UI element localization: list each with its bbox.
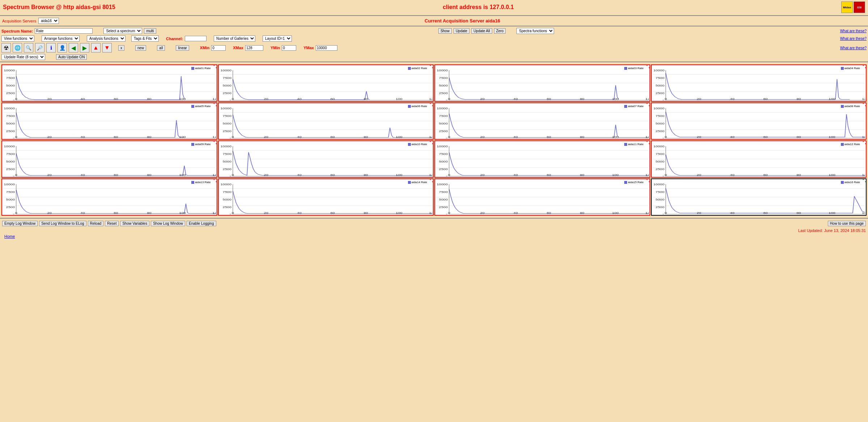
enable-logging-button[interactable]: Enable Logging [187,221,216,226]
hazard-icon-btn[interactable]: ☢ [1,43,11,52]
zoom-out-icon-btn[interactable]: 🔎 [35,43,44,52]
gallery-cell-aida09[interactable]: aida09 Rate02500500075001000002040608010… [1,140,217,178]
svg-text:2500: 2500 [222,130,231,133]
home-link[interactable]: Home [2,233,17,239]
gallery-cell-aida12[interactable]: aida12 Rate02500500075001000002040608010… [651,140,867,178]
spectra-functions-select[interactable]: Spectra functions [516,28,554,34]
empty-log-button[interactable]: Empty Log Window [2,221,38,226]
svg-text:60: 60 [114,136,118,138]
what-are-these-2[interactable]: What are these? [840,37,867,41]
zero-button[interactable]: Zero [494,28,506,34]
svg-text:10000: 10000 [4,145,15,148]
svg-text:20: 20 [264,98,268,100]
ymax-input[interactable] [316,45,337,51]
svg-text:0: 0 [229,99,231,100]
svg-text:60: 60 [763,98,767,100]
gallery-cell-aida05[interactable]: aida05 Rate02500500075001000002040608010… [1,102,217,140]
globe-icon-btn[interactable]: 🌐 [13,43,22,52]
xmin-input[interactable] [211,45,226,51]
send-log-button[interactable]: Send Log Window to ELog [39,221,86,226]
tags-fits-select[interactable]: Tags & Fits [131,35,159,42]
svg-text:60: 60 [547,212,551,214]
chart-container-aida01: aida01 Rate02500500075001000002040608010… [3,66,216,100]
svg-text:80: 80 [363,212,368,214]
gallery-cell-aida16[interactable]: aida16 Rate02500500075001000002040608010… [651,178,867,216]
svg-text:120: 120 [645,212,648,214]
update-button[interactable]: Update [454,28,469,34]
svg-text:80: 80 [580,212,584,214]
svg-text:120: 120 [862,98,865,100]
next-icon-btn[interactable]: ▶ [80,43,89,52]
layout-id-select[interactable]: Layout ID=1 [263,35,292,42]
reload-button[interactable]: Reload [88,221,104,226]
xmax-label: XMax [233,46,243,50]
linear-button[interactable]: linear [176,45,189,51]
gallery-cell-aida13[interactable]: aida13 Rate02500500075001000002040608010… [1,178,217,216]
gallery-cell-aida15[interactable]: aida15 Rate02500500075001000002040608010… [434,178,650,216]
channel-input[interactable] [185,36,207,41]
svg-text:2500: 2500 [222,206,231,209]
svg-text:120: 120 [862,174,865,176]
down-arrow-icon: ▼ [104,45,110,51]
gallery-cell-aida04[interactable]: aida04 Rate02500500075001000002040608010… [651,64,867,102]
what-are-these-3[interactable]: What are these? [840,46,867,50]
svg-text:40: 40 [81,136,85,138]
gallery-cell-aida08[interactable]: aida08 Rate02500500075001000002040608010… [651,102,867,140]
svg-text:2500: 2500 [6,130,15,133]
person-icon-btn[interactable]: 👤 [58,43,67,52]
icon-row: ☢ 🌐 🔍 🔎 ℹ 👤 ◀ ▶ ▲ ▼ x new all linear [0,42,868,53]
view-functions-select[interactable]: View functions [1,35,34,42]
svg-text:60: 60 [114,98,118,100]
svg-text:7500: 7500 [6,191,15,194]
gallery-cell-aida02[interactable]: aida02 Rate02500500075001000002040608010… [218,64,434,102]
analysis-functions-select[interactable]: Analysis functions [87,35,125,42]
gallery-cell-aida14[interactable]: aida14 Rate02500500075001000002040608010… [218,178,434,216]
svg-text:80: 80 [580,98,584,100]
svg-text:10000: 10000 [220,183,231,186]
what-are-these-1[interactable]: What are these? [840,29,867,33]
chart-title-aida09: aida09 Rate [191,143,210,146]
multi-button[interactable]: multi [144,28,156,34]
gallery-cell-aida01[interactable]: aida01 Rate02500500075001000002040608010… [1,64,217,102]
update-all-button[interactable]: Update All [471,28,492,34]
gallery-cell-aida03[interactable]: aida03 Rate02500500075001000002040608010… [434,64,650,102]
svg-text:2500: 2500 [655,206,664,209]
prev-icon-btn[interactable]: ◀ [69,43,78,52]
ymin-input[interactable] [282,45,296,51]
svg-text:100: 100 [612,136,618,138]
gallery-cell-aida10[interactable]: aida10 Rate02500500075001000002040608010… [218,140,434,178]
svg-text:80: 80 [363,98,368,100]
show-log-button[interactable]: Show Log Window [151,221,185,226]
show-variables-button[interactable]: Show Variables [120,221,149,226]
svg-text:100: 100 [396,212,402,214]
acq-server-select[interactable]: aida16 [38,18,59,24]
info-icon-btn[interactable]: ℹ [46,43,56,52]
svg-text:100: 100 [396,98,402,100]
auto-update-button[interactable]: Auto Update ON [56,54,87,60]
all-button[interactable]: all [157,45,165,51]
gallery-cell-aida11[interactable]: aida11 Rate02500500075001000002040608010… [434,140,650,178]
chart-container-aida11: aida11 Rate02500500075001000002040608010… [436,142,649,176]
down-icon-btn[interactable]: ▼ [102,43,112,52]
x-button[interactable]: x [118,45,124,51]
svg-text:40: 40 [730,212,734,214]
arrange-functions-select[interactable]: Arrange functions [42,35,80,42]
select-spectrum-dropdown[interactable]: Select a spectrum [103,28,142,34]
zoom-in-icon-btn[interactable]: 🔍 [24,43,33,52]
gallery-cell-aida06[interactable]: aida06 Rate02500500075001000002040608010… [218,102,434,140]
new-button[interactable]: new [135,45,146,51]
svg-text:0: 0 [446,99,448,100]
show-button[interactable]: Show [438,28,452,34]
gallery-cell-aida07[interactable]: aida07 Rate02500500075001000002040608010… [434,102,650,140]
how-to-use-button[interactable]: How to use this page [828,221,866,226]
svg-text:7500: 7500 [439,191,448,194]
up-icon-btn[interactable]: ▲ [91,43,101,52]
svg-text:60: 60 [330,98,335,100]
reset-button[interactable]: Reset [105,221,119,226]
svg-text:7500: 7500 [439,77,448,80]
update-rate-select[interactable]: Update Rate (8 secs) [1,54,45,60]
svg-text:10000: 10000 [653,145,664,148]
number-of-galleries-select[interactable]: Number of Galleries [214,35,255,42]
spectrum-name-input[interactable] [35,28,93,34]
xmax-input[interactable] [245,45,263,51]
